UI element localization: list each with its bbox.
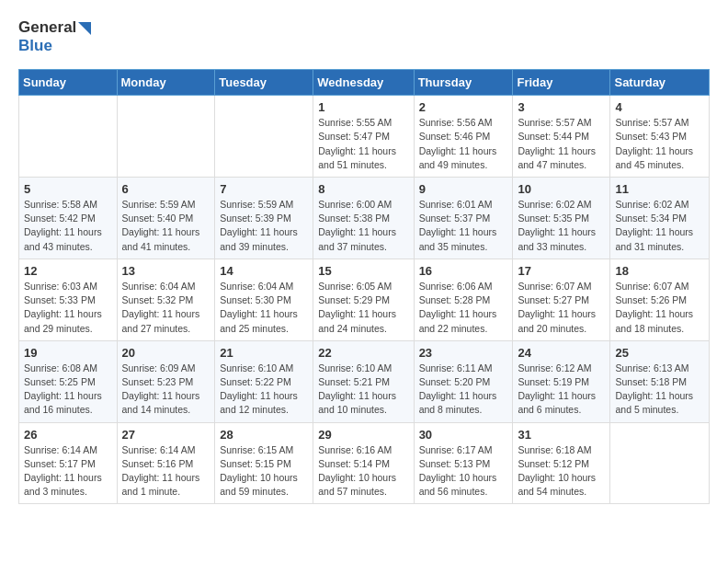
day-number: 8 — [318, 182, 408, 196]
day-number: 26 — [24, 428, 112, 442]
day-detail: Sunrise: 6:10 AM Sunset: 5:22 PM Dayligh… — [220, 362, 308, 418]
calendar-cell: 27Sunrise: 6:14 AM Sunset: 5:16 PM Dayli… — [117, 422, 215, 504]
day-detail: Sunrise: 6:10 AM Sunset: 5:21 PM Dayligh… — [318, 362, 408, 418]
weekday-header-wednesday: Wednesday — [313, 70, 414, 96]
day-number: 7 — [220, 182, 308, 196]
day-number: 4 — [615, 100, 704, 114]
day-number: 30 — [419, 428, 508, 442]
day-detail: Sunrise: 6:14 AM Sunset: 5:16 PM Dayligh… — [122, 443, 210, 500]
calendar-cell: 29Sunrise: 6:16 AM Sunset: 5:14 PM Dayli… — [313, 422, 414, 504]
day-detail: Sunrise: 5:57 AM Sunset: 5:43 PM Dayligh… — [615, 116, 704, 172]
day-number: 13 — [122, 264, 210, 278]
weekday-header-tuesday: Tuesday — [215, 70, 313, 96]
calendar-cell: 30Sunrise: 6:17 AM Sunset: 5:13 PM Dayli… — [414, 422, 513, 504]
day-detail: Sunrise: 6:05 AM Sunset: 5:29 PM Dayligh… — [318, 280, 408, 336]
day-number: 2 — [419, 100, 508, 114]
calendar-cell — [117, 96, 215, 178]
day-detail: Sunrise: 6:16 AM Sunset: 5:14 PM Dayligh… — [318, 443, 408, 500]
calendar-cell: 16Sunrise: 6:06 AM Sunset: 5:28 PM Dayli… — [414, 259, 513, 340]
day-detail: Sunrise: 6:02 AM Sunset: 5:34 PM Dayligh… — [615, 198, 704, 254]
calendar-cell: 26Sunrise: 6:14 AM Sunset: 5:17 PM Dayli… — [19, 422, 118, 504]
calendar-cell: 10Sunrise: 6:02 AM Sunset: 5:35 PM Dayli… — [513, 177, 610, 259]
day-number: 29 — [318, 428, 408, 442]
calendar-cell: 4Sunrise: 5:57 AM Sunset: 5:43 PM Daylig… — [610, 96, 710, 178]
day-detail: Sunrise: 6:14 AM Sunset: 5:17 PM Dayligh… — [24, 443, 112, 500]
calendar-cell: 21Sunrise: 6:10 AM Sunset: 5:22 PM Dayli… — [215, 340, 313, 422]
day-detail: Sunrise: 6:03 AM Sunset: 5:33 PM Dayligh… — [24, 280, 112, 336]
day-number: 27 — [122, 428, 210, 442]
day-detail: Sunrise: 6:01 AM Sunset: 5:37 PM Dayligh… — [419, 198, 508, 254]
calendar-cell: 22Sunrise: 6:10 AM Sunset: 5:21 PM Dayli… — [313, 340, 414, 422]
day-detail: Sunrise: 5:55 AM Sunset: 5:47 PM Dayligh… — [318, 116, 408, 172]
calendar-cell: 11Sunrise: 6:02 AM Sunset: 5:34 PM Dayli… — [610, 177, 710, 259]
day-detail: Sunrise: 6:07 AM Sunset: 5:26 PM Dayligh… — [615, 280, 704, 336]
day-detail: Sunrise: 6:11 AM Sunset: 5:20 PM Dayligh… — [419, 362, 508, 418]
day-detail: Sunrise: 6:15 AM Sunset: 5:15 PM Dayligh… — [220, 443, 308, 500]
weekday-header-row: SundayMondayTuesdayWednesdayThursdayFrid… — [19, 70, 710, 96]
calendar-cell — [610, 422, 710, 504]
calendar-cell: 6Sunrise: 5:59 AM Sunset: 5:40 PM Daylig… — [117, 177, 215, 259]
logo-wordmark: General Blue — [18, 18, 91, 54]
logo-general: General — [18, 18, 76, 36]
day-detail: Sunrise: 6:09 AM Sunset: 5:23 PM Dayligh… — [122, 362, 210, 418]
day-number: 5 — [24, 182, 112, 196]
svg-marker-0 — [78, 22, 91, 35]
calendar-cell: 12Sunrise: 6:03 AM Sunset: 5:33 PM Dayli… — [19, 259, 118, 340]
day-number: 3 — [518, 100, 605, 114]
day-detail: Sunrise: 6:13 AM Sunset: 5:18 PM Dayligh… — [615, 362, 704, 418]
day-number: 16 — [419, 264, 508, 278]
calendar-cell: 7Sunrise: 5:59 AM Sunset: 5:39 PM Daylig… — [215, 177, 313, 259]
day-number: 24 — [518, 346, 605, 360]
calendar-cell — [19, 96, 118, 178]
day-detail: Sunrise: 5:58 AM Sunset: 5:42 PM Dayligh… — [24, 198, 112, 254]
day-detail: Sunrise: 6:17 AM Sunset: 5:13 PM Dayligh… — [419, 443, 508, 500]
day-detail: Sunrise: 6:02 AM Sunset: 5:35 PM Dayligh… — [518, 198, 605, 254]
day-detail: Sunrise: 6:04 AM Sunset: 5:30 PM Dayligh… — [220, 280, 308, 336]
day-number: 21 — [220, 346, 308, 360]
day-detail: Sunrise: 6:00 AM Sunset: 5:38 PM Dayligh… — [318, 198, 408, 254]
day-number: 10 — [518, 182, 605, 196]
calendar-cell: 1Sunrise: 5:55 AM Sunset: 5:47 PM Daylig… — [313, 96, 414, 178]
day-detail: Sunrise: 6:04 AM Sunset: 5:32 PM Dayligh… — [122, 280, 210, 336]
day-number: 22 — [318, 346, 408, 360]
day-number: 14 — [220, 264, 308, 278]
day-number: 18 — [615, 264, 704, 278]
day-detail: Sunrise: 6:06 AM Sunset: 5:28 PM Dayligh… — [419, 280, 508, 336]
day-number: 28 — [220, 428, 308, 442]
weekday-header-monday: Monday — [117, 70, 215, 96]
calendar-cell: 25Sunrise: 6:13 AM Sunset: 5:18 PM Dayli… — [610, 340, 710, 422]
weekday-header-thursday: Thursday — [414, 70, 513, 96]
day-number: 20 — [122, 346, 210, 360]
day-number: 12 — [24, 264, 112, 278]
day-detail: Sunrise: 6:18 AM Sunset: 5:12 PM Dayligh… — [518, 443, 605, 500]
day-detail: Sunrise: 6:08 AM Sunset: 5:25 PM Dayligh… — [24, 362, 112, 418]
calendar-week-4: 19Sunrise: 6:08 AM Sunset: 5:25 PM Dayli… — [19, 340, 710, 422]
calendar-cell: 24Sunrise: 6:12 AM Sunset: 5:19 PM Dayli… — [513, 340, 610, 422]
day-detail: Sunrise: 6:12 AM Sunset: 5:19 PM Dayligh… — [518, 362, 605, 418]
day-number: 11 — [615, 182, 704, 196]
day-number: 6 — [122, 182, 210, 196]
logo-blue: Blue — [18, 37, 52, 54]
day-detail: Sunrise: 5:59 AM Sunset: 5:40 PM Dayligh… — [122, 198, 210, 254]
day-number: 19 — [24, 346, 112, 360]
calendar-week-2: 5Sunrise: 5:58 AM Sunset: 5:42 PM Daylig… — [19, 177, 710, 259]
day-number: 25 — [615, 346, 704, 360]
calendar-cell: 9Sunrise: 6:01 AM Sunset: 5:37 PM Daylig… — [414, 177, 513, 259]
calendar-cell: 28Sunrise: 6:15 AM Sunset: 5:15 PM Dayli… — [215, 422, 313, 504]
calendar-cell: 18Sunrise: 6:07 AM Sunset: 5:26 PM Dayli… — [610, 259, 710, 340]
calendar-cell: 2Sunrise: 5:56 AM Sunset: 5:46 PM Daylig… — [414, 96, 513, 178]
calendar-week-1: 1Sunrise: 5:55 AM Sunset: 5:47 PM Daylig… — [19, 96, 710, 178]
calendar-cell: 23Sunrise: 6:11 AM Sunset: 5:20 PM Dayli… — [414, 340, 513, 422]
calendar-cell: 20Sunrise: 6:09 AM Sunset: 5:23 PM Dayli… — [117, 340, 215, 422]
calendar-week-3: 12Sunrise: 6:03 AM Sunset: 5:33 PM Dayli… — [19, 259, 710, 340]
logo: General Blue — [18, 18, 91, 54]
weekday-header-friday: Friday — [513, 70, 610, 96]
calendar-cell: 15Sunrise: 6:05 AM Sunset: 5:29 PM Dayli… — [313, 259, 414, 340]
calendar-cell: 17Sunrise: 6:07 AM Sunset: 5:27 PM Dayli… — [513, 259, 610, 340]
day-number: 9 — [419, 182, 508, 196]
day-detail: Sunrise: 5:57 AM Sunset: 5:44 PM Dayligh… — [518, 116, 605, 172]
calendar-cell: 8Sunrise: 6:00 AM Sunset: 5:38 PM Daylig… — [313, 177, 414, 259]
weekday-header-sunday: Sunday — [19, 70, 118, 96]
calendar-cell: 3Sunrise: 5:57 AM Sunset: 5:44 PM Daylig… — [513, 96, 610, 178]
day-number: 15 — [318, 264, 408, 278]
